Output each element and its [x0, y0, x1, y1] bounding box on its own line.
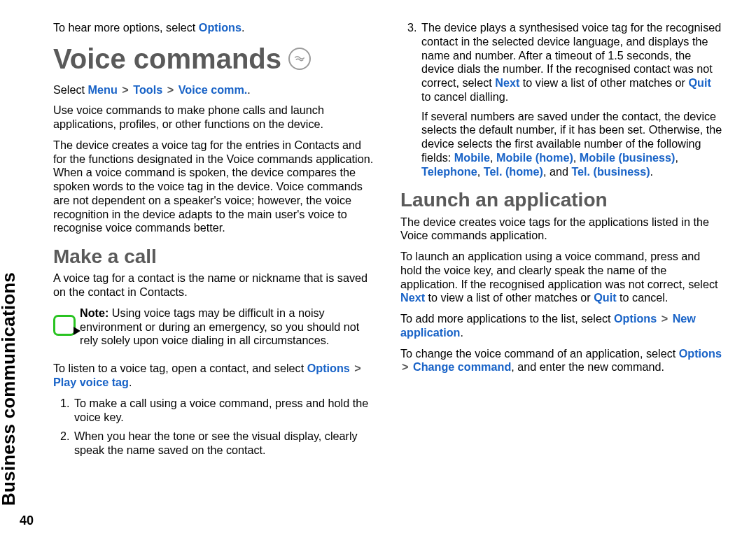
breadcrumb-path: Select Menu > Tools > Voice comm.. [53, 83, 375, 97]
text: Select [53, 83, 88, 96]
field-mobile-business: Mobile (business) [580, 151, 676, 164]
quit-link: Quit [594, 291, 616, 304]
chevron-right-icon: > [353, 362, 362, 374]
field-telephone: Telephone [421, 165, 477, 178]
text-columns: To hear more options, select Options. Vo… [53, 21, 731, 463]
note-block: Note: Using voice tags may be difficult … [53, 306, 375, 355]
text: to view a list of other matches or [519, 76, 688, 89]
section-tab: Business communications [0, 272, 20, 506]
change-command-link: Change command [413, 360, 511, 373]
text: To add more applications to the list, se… [400, 312, 614, 325]
field-mobile-home: Mobile (home) [496, 151, 573, 164]
nav-tools: Tools [133, 83, 162, 96]
text: . [247, 83, 251, 96]
options-link: Options [614, 312, 657, 325]
paragraph: The device creates voice tags for the ap… [400, 215, 722, 243]
options-link: Options [199, 21, 241, 34]
paragraph: If several numbers are saved under the c… [421, 110, 722, 179]
chevron-right-icon: > [400, 360, 410, 373]
list-item: The device plays a synthesised voice tag… [420, 21, 722, 178]
list-item: When you hear the tone or see the visual… [73, 430, 375, 458]
note-label: Note: [80, 306, 108, 319]
manual-page: Business communications 40 To hear more … [0, 0, 756, 545]
note-text: Note: Using voice tags may be difficult … [80, 306, 375, 348]
field-tel-business: Tel. (business) [571, 165, 650, 178]
text: . [241, 21, 245, 34]
list-item: To make a call using a voice command, pr… [73, 397, 375, 425]
column-right: The device plays a synthesised voice tag… [400, 21, 722, 463]
next-link: Next [495, 76, 519, 89]
text: To change the voice command of an applic… [400, 347, 679, 360]
text: . [460, 326, 463, 339]
text: , and [543, 165, 572, 178]
text: To launch an application using a voice c… [400, 250, 718, 290]
play-voice-tag-link: Play voice tag [53, 376, 129, 388]
subheading-launch-app: Launch an application [400, 188, 722, 212]
nav-menu: Menu [88, 83, 118, 96]
note-icon [53, 315, 76, 336]
chevron-right-icon: > [120, 83, 130, 96]
chevron-right-icon: > [166, 83, 175, 96]
text: . [129, 376, 132, 388]
next-link: Next [400, 291, 425, 304]
options-link: Options [679, 347, 722, 360]
field-tel-home: Tel. (home) [484, 165, 543, 178]
paragraph: A voice tag for a contact is the name or… [53, 271, 375, 299]
text: to cancel dialling. [421, 90, 508, 103]
quit-link: Quit [688, 76, 710, 89]
text: Using voice tags may be difficult in a n… [80, 306, 359, 347]
voice-icon [288, 48, 311, 70]
listen-voice-tag-line: To listen to a voice tag, open a contact… [53, 362, 375, 390]
chevron-right-icon: > [660, 312, 669, 325]
text: To hear more options, select [53, 21, 199, 34]
nav-voice-comm: Voice comm. [178, 83, 248, 96]
page-title: Voice commands [53, 42, 375, 76]
paragraph: To add more applications to the list, se… [400, 312, 722, 340]
text: , and enter the new command. [511, 360, 664, 373]
text: . [650, 165, 654, 178]
intro-options-line: To hear more options, select Options. [53, 21, 375, 35]
paragraph: Use voice commands to make phone calls a… [53, 104, 375, 132]
text: to view a list of other matches or [425, 291, 594, 304]
page-number: 40 [20, 514, 34, 528]
text: To listen to a voice tag, open a contact… [53, 362, 307, 374]
paragraph: The device creates a voice tag for the e… [53, 139, 375, 235]
title-text: Voice commands [53, 42, 281, 76]
options-link: Options [307, 362, 350, 374]
paragraph: To change the voice command of an applic… [400, 347, 722, 375]
text: to cancel. [617, 291, 668, 304]
steps-list-cont: The device plays a synthesised voice tag… [400, 21, 722, 178]
column-left: To hear more options, select Options. Vo… [53, 21, 375, 463]
paragraph: To launch an application using a voice c… [400, 250, 722, 305]
field-mobile: Mobile [454, 151, 490, 164]
steps-list: To make a call using a voice command, pr… [53, 397, 375, 458]
subheading-make-a-call: Make a call [53, 245, 375, 269]
